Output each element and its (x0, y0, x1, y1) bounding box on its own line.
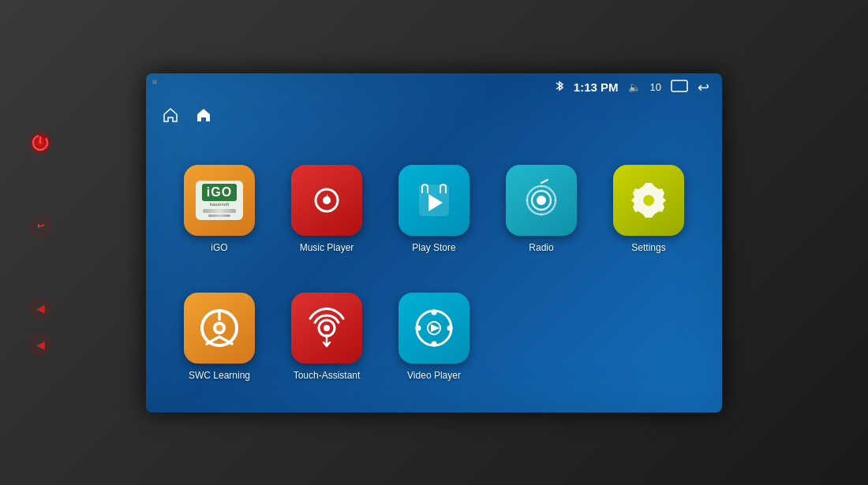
volume-level: 10 (650, 81, 661, 93)
svg-point-21 (432, 309, 437, 315)
svg-point-18 (324, 325, 330, 331)
app-swc-learning[interactable]: SWC Learning (184, 293, 255, 381)
back-side-button[interactable]: ↩ (33, 219, 47, 233)
app-radio[interactable]: Radio (506, 165, 577, 253)
svg-point-6 (537, 196, 546, 205)
back-icon[interactable]: ↩ (698, 79, 709, 96)
power-button[interactable] (32, 134, 49, 151)
app-igo[interactable]: iGO basarsoft iGO (184, 165, 255, 253)
swc-icon (184, 293, 255, 364)
bluetooth-icon (555, 80, 564, 95)
radio-label: Radio (529, 242, 553, 253)
left-panel: ↩ ◀ ◀ (32, 134, 49, 352)
igo-icon: iGO basarsoft (184, 165, 255, 236)
video-player-icon (398, 293, 470, 364)
status-time: 1:13 PM (574, 80, 619, 94)
svg-point-24 (447, 325, 453, 330)
main-screen: 1:13 PM 🔈 10 ↩ (146, 73, 722, 412)
settings-label: Settings (631, 242, 665, 253)
app-music-player[interactable]: ♪ Music Player (291, 165, 362, 253)
nav-bar (146, 102, 722, 133)
touch-assistant-label: Touch-Assistant (294, 370, 361, 381)
window-icon (671, 80, 688, 95)
igo-label: iGO (211, 242, 227, 253)
svg-point-23 (416, 325, 421, 330)
volume-up-button[interactable]: ◀ (33, 301, 47, 315)
svg-text:♪: ♪ (323, 189, 331, 207)
home-outline-icon[interactable] (162, 106, 179, 128)
volume-icon: 🔈 (628, 81, 641, 93)
svg-point-22 (432, 341, 437, 346)
play-store-icon (398, 165, 470, 236)
app-play-store[interactable]: Play Store (398, 165, 470, 253)
status-bar: 1:13 PM 🔈 10 ↩ (146, 73, 722, 102)
video-player-label: Video Player (407, 370, 461, 381)
svg-line-7 (541, 180, 548, 183)
home-filled-icon[interactable] (195, 106, 212, 128)
app-video-player[interactable]: Video Player (398, 293, 470, 381)
music-player-icon: ♪ (291, 165, 362, 236)
svg-point-16 (216, 325, 223, 331)
swc-label: SWC Learning (189, 370, 250, 381)
radio-icon (506, 165, 577, 236)
app-touch-assistant[interactable]: Touch-Assistant (291, 293, 362, 381)
svg-marker-25 (431, 324, 440, 332)
svg-rect-2 (672, 80, 687, 91)
volume-down-button[interactable]: ◀ (33, 338, 47, 352)
app-settings[interactable]: Settings (613, 165, 684, 253)
svg-point-10 (643, 195, 654, 206)
music-player-label: Music Player (300, 242, 354, 253)
touch-assistant-icon (291, 293, 362, 364)
app-grid: iGO basarsoft iGO ♪ Music (146, 133, 722, 412)
car-surround: ↩ ◀ ◀ 1:13 PM 🔈 10 ↩ (0, 0, 868, 485)
play-store-label: Play Store (412, 242, 455, 253)
settings-icon (613, 165, 684, 236)
